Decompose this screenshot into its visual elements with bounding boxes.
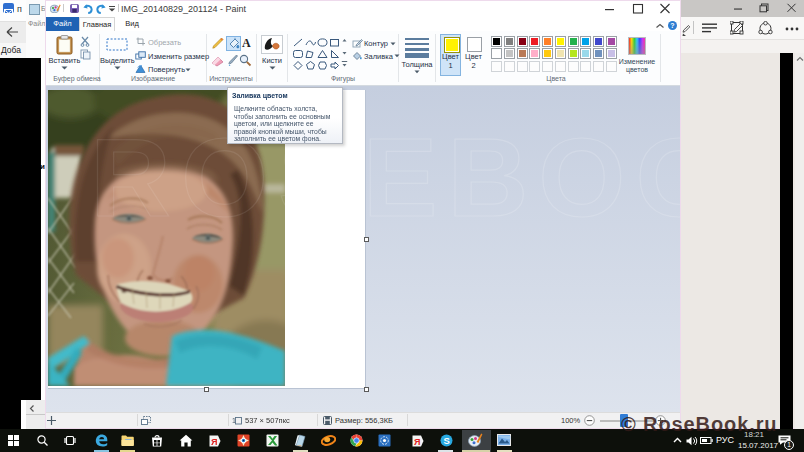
svg-text:Я: Я — [211, 437, 217, 447]
svg-text:ROSEBOOK: ROSEBOOK — [366, 115, 680, 240]
svg-text:S: S — [443, 435, 449, 446]
svg-text:Я: Я — [414, 437, 420, 447]
